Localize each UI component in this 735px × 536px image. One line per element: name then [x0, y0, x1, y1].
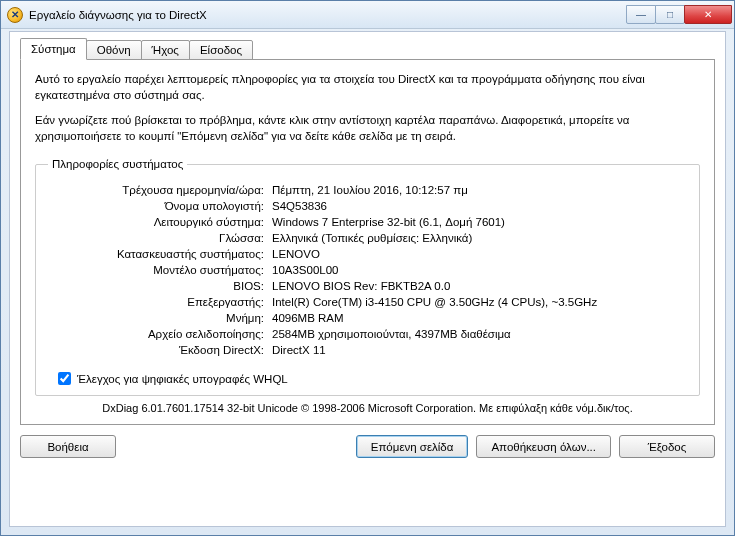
save-all-button[interactable]: Αποθήκευση όλων... — [476, 435, 611, 458]
value-cpu: Intel(R) Core(TM) i3-4150 CPU @ 3.50GHz … — [268, 294, 687, 310]
whql-checkbox-row[interactable]: Έλεγχος για ψηφιακές υπογραφές WHQL — [58, 372, 687, 385]
tabstrip: Σύστημα Οθόνη Ήχος Είσοδος — [20, 40, 715, 60]
label-computer: Όνομα υπολογιστή: — [48, 198, 268, 214]
label-cpu: Επεξεργαστής: — [48, 294, 268, 310]
tab-label: Είσοδος — [200, 44, 242, 56]
tab-input[interactable]: Είσοδος — [189, 40, 253, 60]
row-lang: Γλώσσα: Ελληνικά (Τοπικές ρυθμίσεις: Ελλ… — [48, 230, 687, 246]
value-model: 10A3S00L00 — [268, 262, 687, 278]
value-dxver: DirectX 11 — [268, 342, 687, 358]
footer-text: DxDiag 6.01.7601.17514 32-bit Unicode © … — [35, 402, 700, 414]
maximize-button[interactable]: □ — [655, 5, 685, 24]
intro-text-2: Εάν γνωρίζετε πού βρίσκεται το πρόβλημα,… — [35, 113, 700, 144]
value-computer: S4Q53836 — [268, 198, 687, 214]
exit-button-label: Έξοδος — [648, 441, 687, 453]
label-pagefile: Αρχείο σελιδοποίησης: — [48, 326, 268, 342]
intro-text-1: Αυτό το εργαλείο παρέχει λεπτομερείς πλη… — [35, 72, 700, 103]
help-button-label: Βοήθεια — [47, 441, 88, 453]
save-all-button-label: Αποθήκευση όλων... — [491, 441, 596, 453]
label-datetime: Τρέχουσα ημερομηνία/ώρα: — [48, 182, 268, 198]
row-bios: BIOS: LENOVO BIOS Rev: FBKTB2A 0.0 — [48, 278, 687, 294]
label-model: Μοντέλο συστήματος: — [48, 262, 268, 278]
tab-panel-system: Αυτό το εργαλείο παρέχει λεπτομερείς πλη… — [20, 59, 715, 425]
tab-sound[interactable]: Ήχος — [141, 40, 190, 60]
next-page-button-label: Επόμενη σελίδα — [371, 441, 454, 453]
tab-display[interactable]: Οθόνη — [86, 40, 142, 60]
dxdiag-icon: ✕ — [7, 7, 23, 23]
tab-system[interactable]: Σύστημα — [20, 38, 87, 60]
value-mem: 4096MB RAM — [268, 310, 687, 326]
row-mfr: Κατασκευαστής συστήματος: LENOVO — [48, 246, 687, 262]
value-pagefile: 2584MB χρησιμοποιούνται, 4397MB διαθέσιμ… — [268, 326, 687, 342]
client-area: Σύστημα Οθόνη Ήχος Είσοδος Αυτό το εργαλ… — [9, 31, 726, 527]
system-info-group: Πληροφορίες συστήματος Τρέχουσα ημερομην… — [35, 158, 700, 396]
titlebar[interactable]: ✕ Εργαλείο διάγνωσης για το DirectX — □ … — [1, 1, 734, 29]
value-datetime: Πέμπτη, 21 Ιουλίου 2016, 10:12:57 πμ — [268, 182, 687, 198]
row-model: Μοντέλο συστήματος: 10A3S00L00 — [48, 262, 687, 278]
whql-label: Έλεγχος για ψηφιακές υπογραφές WHQL — [77, 373, 288, 385]
tab-label: Οθόνη — [97, 44, 131, 56]
group-legend: Πληροφορίες συστήματος — [48, 158, 187, 170]
value-mfr: LENOVO — [268, 246, 687, 262]
minimize-button[interactable]: — — [626, 5, 656, 24]
label-dxver: Έκδοση DirectX: — [48, 342, 268, 358]
dxdiag-window: ✕ Εργαλείο διάγνωσης για το DirectX — □ … — [0, 0, 735, 536]
row-computer: Όνομα υπολογιστή: S4Q53836 — [48, 198, 687, 214]
value-lang: Ελληνικά (Τοπικές ρυθμίσεις: Ελληνικά) — [268, 230, 687, 246]
label-bios: BIOS: — [48, 278, 268, 294]
close-button[interactable]: ✕ — [684, 5, 732, 24]
row-datetime: Τρέχουσα ημερομηνία/ώρα: Πέμπτη, 21 Ιουλ… — [48, 182, 687, 198]
tab-label: Σύστημα — [31, 43, 76, 55]
exit-button[interactable]: Έξοδος — [619, 435, 715, 458]
label-lang: Γλώσσα: — [48, 230, 268, 246]
whql-checkbox[interactable] — [58, 372, 71, 385]
row-mem: Μνήμη: 4096MB RAM — [48, 310, 687, 326]
value-bios: LENOVO BIOS Rev: FBKTB2A 0.0 — [268, 278, 687, 294]
button-row: Βοήθεια Επόμενη σελίδα Αποθήκευση όλων..… — [20, 435, 715, 458]
row-os: Λειτουργικό σύστημα: Windows 7 Enterpris… — [48, 214, 687, 230]
label-os: Λειτουργικό σύστημα: — [48, 214, 268, 230]
tab-label: Ήχος — [152, 44, 179, 56]
row-dxver: Έκδοση DirectX: DirectX 11 — [48, 342, 687, 358]
help-button[interactable]: Βοήθεια — [20, 435, 116, 458]
info-rows: Τρέχουσα ημερομηνία/ώρα: Πέμπτη, 21 Ιουλ… — [48, 182, 687, 358]
window-title: Εργαλείο διάγνωσης για το DirectX — [29, 9, 627, 21]
label-mem: Μνήμη: — [48, 310, 268, 326]
value-os: Windows 7 Enterprise 32-bit (6.1, Δομή 7… — [268, 214, 687, 230]
row-pagefile: Αρχείο σελιδοποίησης: 2584MB χρησιμοποιο… — [48, 326, 687, 342]
row-cpu: Επεξεργαστής: Intel(R) Core(TM) i3-4150 … — [48, 294, 687, 310]
next-page-button[interactable]: Επόμενη σελίδα — [356, 435, 469, 458]
label-mfr: Κατασκευαστής συστήματος: — [48, 246, 268, 262]
